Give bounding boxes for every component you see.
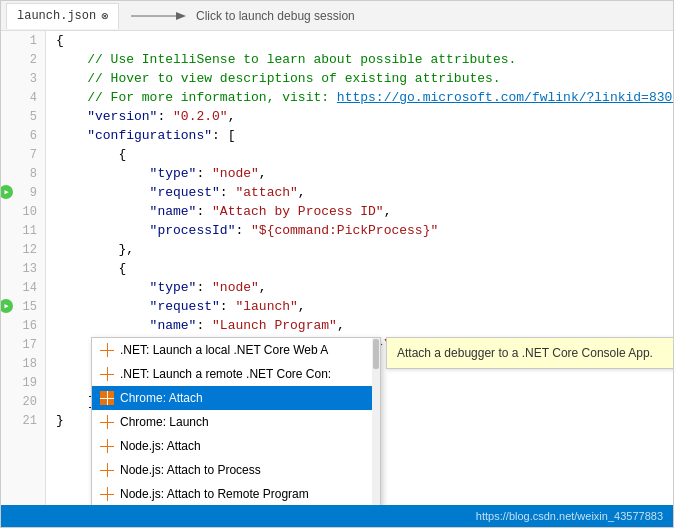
line-num-14: 14	[1, 278, 45, 297]
dropdown-item-text-3: Chrome: Attach	[120, 391, 372, 405]
line-num-7: 7	[1, 145, 45, 164]
item-icon-7	[100, 487, 114, 501]
dropdown-item-7[interactable]: Node.js: Attach to Remote Program	[92, 482, 380, 505]
line-num-10: 10	[1, 202, 45, 221]
status-bar: https://blog.csdn.net/weixin_43577883	[1, 505, 673, 527]
dropdown-item-1[interactable]: .NET: Launch a local .NET Core Web A	[92, 338, 380, 362]
line-num-21: 21	[1, 411, 45, 430]
code-line-1: {	[46, 31, 673, 50]
dropdown-item-text-1: .NET: Launch a local .NET Core Web A	[120, 343, 372, 357]
breakpoint-9	[1, 185, 13, 199]
line-num-5: 5	[1, 107, 45, 126]
dropdown-item-text-2: .NET: Launch a remote .NET Core Con:	[120, 367, 372, 381]
dropdown-scrollbar[interactable]	[372, 338, 380, 505]
dropdown-item-5[interactable]: Node.js: Attach	[92, 434, 380, 458]
dropdown-item-4[interactable]: Chrome: Launch	[92, 410, 380, 434]
code-line-13: {	[46, 259, 673, 278]
line-num-1: 1	[1, 31, 45, 50]
line-num-8: 8	[1, 164, 45, 183]
item-icon-1	[100, 343, 114, 357]
code-line-16: "name": "Launch Program",	[46, 316, 673, 335]
code-line-15: "request": "launch",	[46, 297, 673, 316]
editor-container: launch.json ⊗ Click to launch debug sess…	[0, 0, 674, 528]
status-url: https://blog.csdn.net/weixin_43577883	[476, 510, 663, 522]
autocomplete-dropdown[interactable]: .NET: Launch a local .NET Core Web A .NE…	[91, 337, 381, 505]
code-line-2: // Use IntelliSense to learn about possi…	[46, 50, 673, 69]
code-line-6: "configurations": [	[46, 126, 673, 145]
dropdown-item-text-7: Node.js: Attach to Remote Program	[120, 487, 372, 501]
code-line-4: // For more information, visit: https://…	[46, 88, 673, 107]
line-num-12: 12	[1, 240, 45, 259]
line-num-20: 20	[1, 392, 45, 411]
code-line-12: },	[46, 240, 673, 259]
dropdown-item-text-6: Node.js: Attach to Process	[120, 463, 372, 477]
dropdown-scrollbar-thumb	[373, 339, 379, 369]
code-line-3: // Hover to view descriptions of existin…	[46, 69, 673, 88]
code-line-11: "processId": "${command:PickProcess}"	[46, 221, 673, 240]
code-line-8: "type": "node",	[46, 164, 673, 183]
code-line-9: "request": "attach",	[46, 183, 673, 202]
dropdown-item-3[interactable]: Chrome: Attach	[92, 386, 380, 410]
debug-arrow-svg	[131, 6, 191, 26]
line-gutter: 1 2 3 4 5 6 7 8 9 10 11 12 13 14 15 16 1…	[1, 31, 46, 505]
code-line-10: "name": "Attach by Process ID",	[46, 202, 673, 221]
line-num-3: 3	[1, 69, 45, 88]
tab-item-launch-json[interactable]: launch.json ⊗	[6, 3, 119, 29]
tooltip-box: Attach a debugger to a .NET Core Console…	[386, 337, 673, 369]
tab-bar: launch.json ⊗ Click to launch debug sess…	[1, 1, 673, 31]
line-num-6: 6	[1, 126, 45, 145]
breakpoint-15	[1, 299, 13, 313]
line-num-2: 2	[1, 50, 45, 69]
code-line-7: {	[46, 145, 673, 164]
line-num-13: 13	[1, 259, 45, 278]
line-num-18: 18	[1, 354, 45, 373]
dropdown-item-text-4: Chrome: Launch	[120, 415, 372, 429]
line-num-9: 9	[1, 183, 45, 202]
dropdown-item-6[interactable]: Node.js: Attach to Process	[92, 458, 380, 482]
debug-tooltip-container: Click to launch debug session	[131, 6, 355, 26]
code-line-14: "type": "node",	[46, 278, 673, 297]
line-num-19: 19	[1, 373, 45, 392]
svg-marker-1	[176, 12, 186, 20]
code-area[interactable]: { // Use IntelliSense to learn about pos…	[46, 31, 673, 505]
line-num-11: 11	[1, 221, 45, 240]
line-num-15: 15	[1, 297, 45, 316]
dropdown-item-2[interactable]: .NET: Launch a remote .NET Core Con:	[92, 362, 380, 386]
tab-filename: launch.json	[17, 9, 96, 23]
item-icon-6	[100, 463, 114, 477]
item-icon-4	[100, 415, 114, 429]
line-num-4: 4	[1, 88, 45, 107]
tooltip-text: Attach a debugger to a .NET Core Console…	[397, 346, 653, 360]
code-line-5: "version": "0.2.0",	[46, 107, 673, 126]
debug-tooltip-text: Click to launch debug session	[196, 9, 355, 23]
item-icon-2	[100, 367, 114, 381]
dropdown-item-text-5: Node.js: Attach	[120, 439, 372, 453]
item-icon-5	[100, 439, 114, 453]
line-num-16: 16	[1, 316, 45, 335]
tab-modified-indicator: ⊗	[101, 9, 108, 24]
editor-body: 1 2 3 4 5 6 7 8 9 10 11 12 13 14 15 16 1…	[1, 31, 673, 505]
line-num-17: 17	[1, 335, 45, 354]
item-icon-3	[100, 391, 114, 405]
